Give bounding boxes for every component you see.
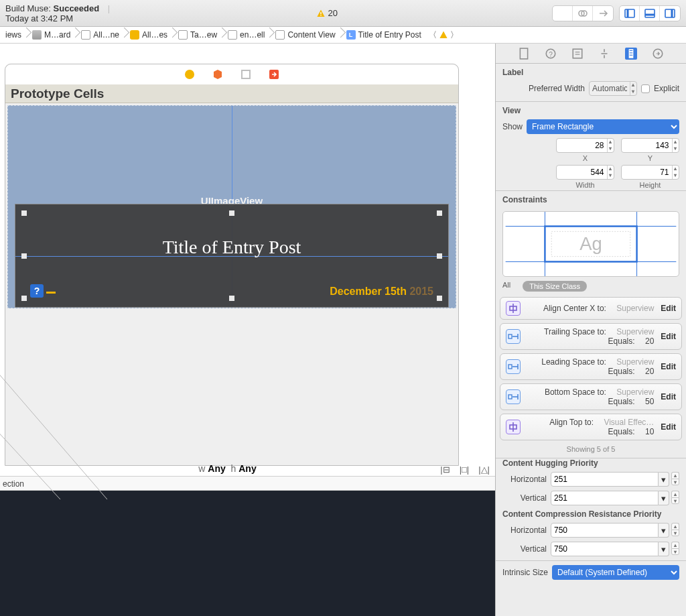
constraint-item[interactable]: Bottom Space to: Superview Equals: 50 Ed… — [500, 383, 682, 410]
constraint-edit-button[interactable]: Edit — [661, 422, 676, 432]
toolbar: Build Muse: Succeeded | Today at 3:42 PM… — [0, 0, 686, 27]
svg-rect-33 — [508, 334, 512, 338]
intrinsic-label: Intrinsic Size — [502, 568, 548, 577]
exit-icon[interactable] — [240, 68, 252, 80]
hug-vertical-field[interactable]: ▾▴▾ — [551, 491, 679, 505]
nav-back-icon[interactable]: 〈 — [427, 29, 439, 41]
y-field[interactable]: ▴▾ — [621, 138, 679, 153]
svg-rect-6 — [645, 9, 655, 17]
breadcrumb[interactable]: LTitle of Entry Post — [341, 27, 427, 43]
constraint-preview[interactable]: Ag — [502, 211, 679, 277]
intrinsic-select[interactable]: Default (System Defined) — [552, 565, 679, 580]
inspector-tab-bar: ? — [496, 44, 686, 64]
constraint-edit-button[interactable]: Edit — [661, 332, 676, 341]
comp-horizontal-field[interactable]: ▾▴▾ — [551, 523, 679, 538]
attributes-inspector-icon[interactable] — [598, 48, 610, 60]
table-cell[interactable]: UIImageView Title of Entry Post ? — [5, 105, 458, 308]
help-icon[interactable]: ? — [30, 284, 44, 298]
preferred-width-field: ▴▾ — [589, 81, 637, 96]
constraint-edit-button[interactable]: Edit — [661, 304, 676, 313]
warning-count[interactable]: 20 — [316, 8, 338, 18]
prototype-cells-header: Prototype Cells — [5, 84, 458, 103]
constraint-icon — [506, 420, 521, 434]
svg-rect-16 — [573, 49, 582, 58]
bottom-panel-icon[interactable] — [640, 6, 660, 21]
explicit-label: Explicit — [654, 84, 679, 93]
size-inspector-icon[interactable] — [625, 48, 637, 60]
align-icon[interactable]: |⊟ — [440, 465, 450, 475]
constraint-list: Align Center X to: Superview Edit Traili… — [496, 297, 686, 440]
constraint-icon — [506, 301, 521, 316]
constraints-section-title: Constraints — [502, 195, 679, 204]
breadcrumb[interactable]: Content View — [270, 27, 340, 43]
svg-text:Ag: Ag — [579, 233, 602, 254]
svg-rect-11 — [242, 70, 250, 78]
hug-horizontal-field[interactable]: ▾▴▾ — [551, 472, 679, 487]
assistant-editor-icon[interactable] — [573, 6, 593, 21]
svg-rect-36 — [508, 365, 512, 369]
constraint-item[interactable]: Leading Space to: Superview Equals: 20 E… — [500, 353, 682, 380]
breadcrumb[interactable]: All…es — [125, 27, 173, 43]
constraint-item[interactable]: Align Top to: Visual Effec… Equals: 10 E… — [500, 414, 682, 440]
selected-label-overlay[interactable]: Title of Entry Post ? December 15th 2015 — [15, 204, 449, 308]
svg-rect-8 — [665, 9, 675, 17]
svg-rect-4 — [625, 9, 634, 17]
pin-icon[interactable]: |□| — [460, 465, 470, 475]
x-field[interactable]: ▴▾ — [556, 138, 614, 153]
title-label: Title of Entry Post — [15, 237, 448, 258]
first-responder-icon[interactable] — [212, 68, 224, 80]
height-field[interactable]: ▴▾ — [621, 165, 679, 180]
explicit-checkbox[interactable] — [641, 84, 650, 93]
breadcrumb[interactable]: en…ell — [222, 27, 270, 43]
storyboard-scene[interactable]: Prototype Cells UIImageView Titl — [5, 64, 459, 466]
editor-mode-group — [552, 5, 614, 21]
constraint-item[interactable]: Align Center X to: Superview Edit — [500, 297, 682, 320]
hugging-title: Content Hugging Priority — [502, 458, 679, 468]
breadcrumb[interactable]: All…ne — [76, 27, 125, 43]
document-bar — [5, 64, 458, 84]
constraints-tab-sizeclass[interactable]: This Size Class — [523, 281, 587, 292]
show-label: Show — [502, 122, 523, 131]
identity-inspector-icon[interactable] — [571, 48, 584, 60]
svg-rect-0 — [320, 11, 321, 14]
breadcrumb[interactable]: iews — [0, 27, 27, 43]
constraints-tab-all[interactable]: All — [502, 281, 510, 292]
svg-text:?: ? — [549, 50, 553, 58]
label-section-title: Label — [502, 68, 679, 77]
width-field[interactable]: ▴▾ — [556, 165, 614, 180]
svg-rect-1 — [320, 15, 321, 15]
quick-help-icon[interactable]: ? — [545, 48, 557, 60]
constraint-item[interactable]: Trailing Space to: Superview Equals: 20 … — [500, 323, 682, 350]
constraint-icon — [506, 329, 521, 344]
uiimageview[interactable]: UIImageView Title of Entry Post ? — [7, 105, 456, 308]
resolve-icon[interactable]: |△| — [478, 465, 490, 475]
segue-icon[interactable] — [268, 68, 280, 80]
issues-header[interactable]: ection — [0, 476, 495, 491]
breadcrumb[interactable]: M…ard — [27, 27, 76, 43]
version-editor-icon[interactable] — [593, 6, 613, 21]
size-class-bar[interactable]: w Any h Any — [0, 463, 455, 474]
breadcrumb[interactable]: Ta…ew — [173, 27, 222, 43]
panel-toggle-group — [619, 5, 681, 21]
canvas-area: Prototype Cells UIImageView Titl — [0, 44, 495, 616]
constraint-icon — [506, 359, 521, 374]
constraint-edit-button[interactable]: Edit — [661, 392, 676, 402]
build-status: Build Muse: Succeeded | Today at 3:42 PM — [5, 3, 129, 23]
nav-forward-icon[interactable]: 〉 — [448, 29, 460, 41]
warning-icon[interactable] — [439, 30, 448, 40]
scene-icon[interactable] — [184, 68, 196, 80]
constraint-edit-button[interactable]: Edit — [661, 362, 676, 371]
file-inspector-icon[interactable] — [518, 48, 530, 60]
connections-inspector-icon[interactable] — [652, 48, 664, 60]
constraints-count: Showing 5 of 5 — [496, 445, 686, 453]
show-select[interactable]: Frame Rectangle — [527, 119, 679, 134]
compression-title: Content Compression Resistance Priority — [502, 509, 679, 519]
date-label: December 15th 2015 — [330, 286, 433, 298]
debug-console[interactable] — [0, 491, 495, 616]
svg-rect-13 — [520, 48, 527, 59]
constraint-icon — [506, 389, 521, 404]
right-panel-icon[interactable] — [660, 6, 680, 21]
left-panel-icon[interactable] — [620, 6, 640, 21]
standard-editor-icon[interactable] — [553, 6, 573, 21]
comp-vertical-field[interactable]: ▾▴▾ — [551, 542, 679, 556]
